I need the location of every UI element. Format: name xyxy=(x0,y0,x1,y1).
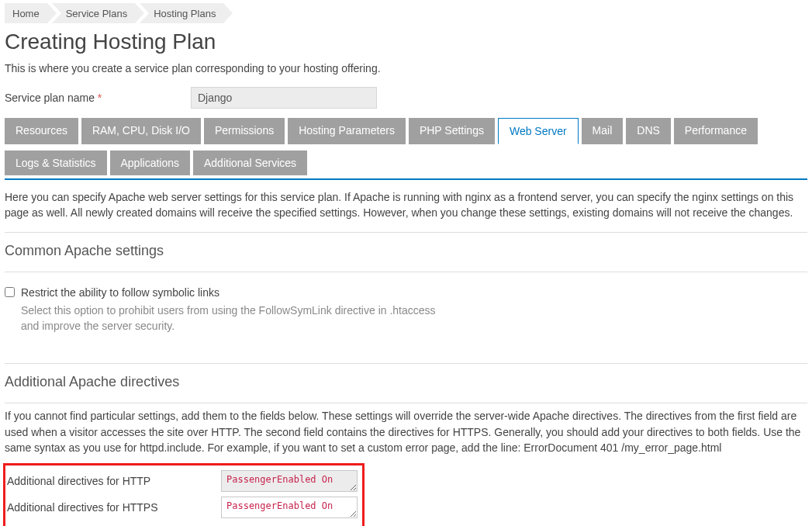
plan-name-input[interactable] xyxy=(191,87,377,109)
breadcrumb-home[interactable]: Home xyxy=(5,3,47,23)
https-directives-label: Additional directives for HTTPS xyxy=(7,497,221,515)
http-directives-textarea[interactable]: PassengerEnabled On xyxy=(221,470,358,492)
tab-dns[interactable]: DNS xyxy=(626,118,671,144)
plan-name-row: Service plan name * xyxy=(5,87,812,109)
web-server-intro: Here you can specify Apache web server s… xyxy=(5,189,807,221)
breadcrumb: Home Service Plans Hosting Plans xyxy=(5,3,812,23)
plan-name-label-text: Service plan name xyxy=(5,92,95,104)
restrict-symlinks-help: Select this option to prohibit users fro… xyxy=(21,303,455,334)
tab-resources[interactable]: Resources xyxy=(5,118,78,144)
tab-web-server[interactable]: Web Server xyxy=(498,118,579,144)
required-star-icon: * xyxy=(98,92,102,104)
tab-logs-statistics[interactable]: Logs & Statistics xyxy=(5,151,107,175)
divider xyxy=(5,363,807,364)
tab-php-settings[interactable]: PHP Settings xyxy=(409,118,495,144)
breadcrumb-hosting-plans[interactable]: Hosting Plans xyxy=(140,3,223,23)
divider xyxy=(5,272,807,272)
restrict-symlinks-label: Restrict the ability to follow symbolic … xyxy=(21,285,219,300)
additional-directives-title: Additional Apache directives xyxy=(5,372,807,392)
breadcrumb-service-plans[interactable]: Service Plans xyxy=(52,3,135,23)
tab-additional-services[interactable]: Additional Services xyxy=(193,151,307,175)
tab-mail[interactable]: Mail xyxy=(582,118,624,144)
tab-applications[interactable]: Applications xyxy=(110,151,191,175)
tab-ram-cpu-disk[interactable]: RAM, CPU, Disk I/O xyxy=(81,118,201,144)
divider xyxy=(5,403,807,403)
tab-bar: Resources RAM, CPU, Disk I/O Permissions… xyxy=(5,118,807,180)
tab-performance[interactable]: Performance xyxy=(674,118,758,144)
plan-name-label: Service plan name * xyxy=(5,92,191,104)
tab-hosting-parameters[interactable]: Hosting Parameters xyxy=(288,118,406,144)
page-title: Creating Hosting Plan xyxy=(5,29,812,54)
https-directives-textarea[interactable]: PassengerEnabled On xyxy=(221,497,358,518)
tab-permissions[interactable]: Permissions xyxy=(204,118,285,144)
web-server-tab-content: Here you can specify Apache web server s… xyxy=(0,182,812,526)
additional-directives-desc: If you cannot find particular settings, … xyxy=(5,408,807,455)
common-apache-title: Common Apache settings xyxy=(5,241,807,261)
directives-highlight-box: Additional directives for HTTP Passenger… xyxy=(3,463,365,526)
page-description: This is where you create a service plan … xyxy=(5,62,812,74)
http-directives-label: Additional directives for HTTP xyxy=(7,470,221,489)
restrict-symlinks-checkbox[interactable] xyxy=(5,287,15,297)
divider xyxy=(5,232,807,233)
